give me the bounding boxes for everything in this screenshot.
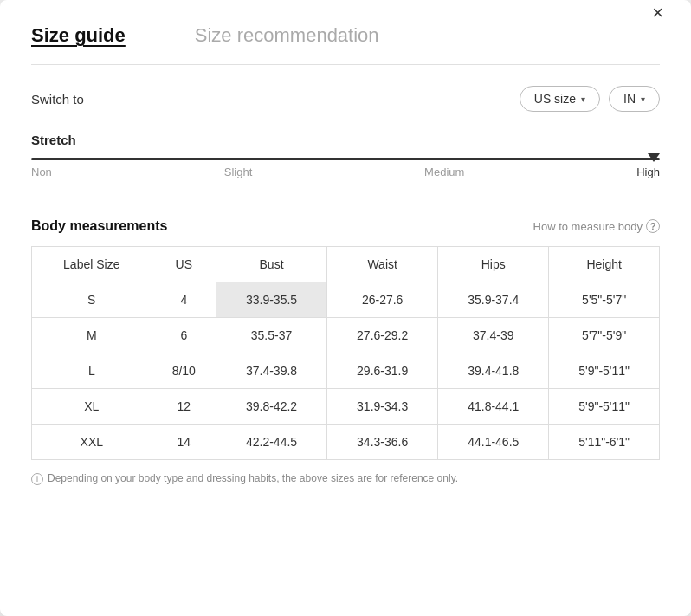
slider-fill xyxy=(31,158,660,160)
table-cell: 26-27.6 xyxy=(327,282,438,318)
table-cell: 35.5-37 xyxy=(216,318,326,353)
table-cell: 29.6-31.9 xyxy=(327,353,438,389)
size-guide-tab[interactable]: Size guide xyxy=(31,24,126,47)
stretch-label-slight: Slight xyxy=(224,165,253,178)
table-row: L8/1037.4-39.829.6-31.939.4-41.85'9"-5'1… xyxy=(32,353,660,389)
table-cell: 27.6-29.2 xyxy=(327,318,438,353)
table-header-row: Label Size US Bust Waist Hips Height xyxy=(32,247,660,282)
table-row: XL1239.8-42.231.9-34.341.8-44.15'9"-5'11… xyxy=(32,389,660,425)
stretch-slider[interactable]: Non Slight Medium High xyxy=(31,158,660,198)
col-hips: Hips xyxy=(438,247,549,282)
region-chevron-icon: ▾ xyxy=(641,94,645,104)
how-to-measure-label: How to measure body xyxy=(533,220,643,233)
table-cell: 37.4-39.8 xyxy=(216,353,326,389)
table-cell: 12 xyxy=(152,389,216,425)
table-cell: 5'11"-6'1" xyxy=(549,425,660,460)
col-us: US xyxy=(152,247,216,282)
measurements-title: Body measurements xyxy=(31,218,167,234)
stretch-section: Stretch Non Slight Medium High xyxy=(31,133,660,198)
table-row: XXL1442.2-44.534.3-36.644.1-46.55'11"-6'… xyxy=(32,425,660,460)
table-cell: 37.4-39 xyxy=(438,318,549,353)
col-height: Height xyxy=(549,247,660,282)
table-cell: S xyxy=(32,282,152,318)
switch-label: Switch to xyxy=(31,92,511,107)
size-recommendation-tab[interactable]: Size recommendation xyxy=(195,24,379,47)
table-cell: XXL xyxy=(32,425,152,460)
size-guide-modal: Size guide Size recommendation × Switch … xyxy=(0,0,691,616)
table-cell: 35.9-37.4 xyxy=(438,282,549,318)
table-cell: 41.8-44.1 xyxy=(438,389,549,425)
table-cell: 8/10 xyxy=(152,353,216,389)
table-cell: 5'9"-5'11" xyxy=(549,353,660,389)
modal-header: Size guide Size recommendation × xyxy=(0,0,691,47)
note-row: i Depending on your body type and dressi… xyxy=(31,472,660,485)
slider-thumb xyxy=(648,153,660,162)
col-waist: Waist xyxy=(327,247,438,282)
table-cell: L xyxy=(32,353,152,389)
note-icon: i xyxy=(31,473,43,485)
table-cell: 14 xyxy=(152,425,216,460)
note-text: Depending on your body type and dressing… xyxy=(48,472,458,484)
unit-dropdown[interactable]: US size ▾ xyxy=(520,86,600,112)
col-bust: Bust xyxy=(216,247,326,282)
table-row: S433.9-35.526-27.635.9-37.45'5"-5'7" xyxy=(32,282,660,318)
unit-chevron-icon: ▾ xyxy=(581,94,585,104)
table-cell: 34.3-36.6 xyxy=(327,425,438,460)
table-cell: 5'5"-5'7" xyxy=(549,282,660,318)
unit-dropdown-label: US size xyxy=(534,92,576,106)
question-icon: ? xyxy=(646,219,660,233)
region-dropdown[interactable]: IN ▾ xyxy=(609,86,660,112)
how-to-measure[interactable]: How to measure body ? xyxy=(533,219,660,233)
stretch-label-medium: Medium xyxy=(424,165,464,178)
table-cell: 44.1-46.5 xyxy=(438,425,549,460)
table-cell: 6 xyxy=(152,318,216,353)
table-cell: 5'9"-5'11" xyxy=(549,389,660,425)
close-button[interactable]: × xyxy=(645,0,670,26)
table-cell: 31.9-34.3 xyxy=(327,389,438,425)
stretch-label-non: Non xyxy=(31,165,52,178)
table-cell: 39.8-42.2 xyxy=(216,389,326,425)
table-cell: XL xyxy=(32,389,152,425)
size-table: Label Size US Bust Waist Hips Height S43… xyxy=(31,246,660,460)
table-cell: 33.9-35.5 xyxy=(216,282,326,318)
table-cell: 39.4-41.8 xyxy=(438,353,549,389)
slider-track xyxy=(31,158,660,160)
stretch-label-high: High xyxy=(636,165,660,178)
slider-labels: Non Slight Medium High xyxy=(31,165,660,178)
table-cell: 5'7"-5'9" xyxy=(549,318,660,353)
measurements-header: Body measurements How to measure body ? xyxy=(31,218,660,234)
stretch-title: Stretch xyxy=(31,133,660,147)
table-cell: 42.2-44.5 xyxy=(216,425,326,460)
table-cell: M xyxy=(32,318,152,353)
modal-content: Switch to US size ▾ IN ▾ Stretch Non Sli… xyxy=(0,65,691,506)
bottom-divider xyxy=(0,522,691,522)
table-cell: 4 xyxy=(152,282,216,318)
col-label-size: Label Size xyxy=(32,247,152,282)
table-row: M635.5-3727.6-29.237.4-395'7"-5'9" xyxy=(32,318,660,353)
switch-row: Switch to US size ▾ IN ▾ xyxy=(31,86,660,112)
region-dropdown-label: IN xyxy=(623,92,636,106)
